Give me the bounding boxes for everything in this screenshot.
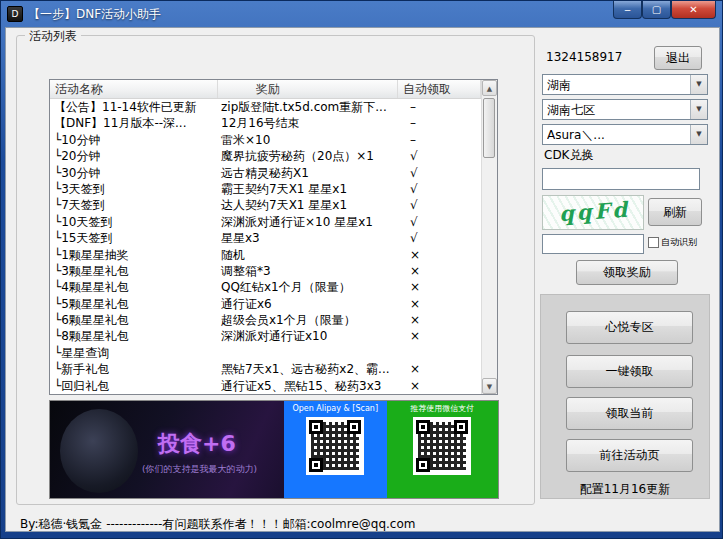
qr-finder-icon: [309, 458, 323, 472]
reward-cell: 超级会员x1个月（限量）: [218, 312, 398, 328]
activity-name-cell: └1颗星星抽奖: [50, 247, 218, 263]
column-header-reward[interactable]: 奖励: [218, 80, 398, 98]
reward-cell: 深渊派对通行证x10: [218, 328, 398, 344]
qr-finder-icon: [309, 420, 323, 434]
table-row[interactable]: └3颗星星礼包调整箱*3×: [50, 263, 481, 279]
reward-cell: 通行证x5、黑钻15、秘药3x3: [218, 378, 398, 394]
activity-name-cell: └20分钟: [50, 148, 218, 164]
table-row[interactable]: └4颗星星礼包QQ红钻x1个月（限量）×: [50, 279, 481, 295]
table-row[interactable]: └15天签到星星x3√: [50, 230, 481, 246]
auto-claim-cell: √: [398, 197, 481, 213]
account-id: 1324158917: [546, 50, 622, 64]
auto-claim-cell: √: [398, 214, 481, 230]
footer-contact-text: By:稳德·钱氪金 -------------有问题联系作者！！！邮箱:cool…: [20, 516, 416, 533]
qr-finder-icon: [347, 420, 361, 434]
table-row[interactable]: 【DNF】11月版本--深...12月16号结束–: [50, 115, 481, 131]
column-header-activity-name[interactable]: 活动名称: [50, 80, 218, 98]
scroll-up-icon[interactable]: ▲: [482, 80, 497, 96]
auto-claim-cell: ×: [398, 279, 481, 295]
activity-name-cell: └4颗星星礼包: [50, 279, 218, 295]
table-row[interactable]: └7天签到达人契约7天X1 星星x1√: [50, 197, 481, 213]
auto-claim-cell: ×: [398, 328, 481, 344]
reward-cell: 深渊派对通行证×10 星星x1: [218, 214, 398, 230]
table-row[interactable]: 【公告】11-14软件已更新zip版登陆t.tx5d.com重新下...–: [50, 99, 481, 115]
auto-claim-cell: –: [398, 132, 481, 148]
auto-claim-cell: ×: [398, 247, 481, 263]
activity-name-cell: 【公告】11-14软件已更新: [50, 99, 218, 115]
groupbox-title: 活动列表: [25, 28, 81, 45]
mascot-image: [60, 409, 138, 493]
table-row[interactable]: └新手礼包黑钻7天x1、远古秘药x2、霸...×: [50, 361, 481, 377]
qr-finder-icon: [416, 458, 430, 472]
chevron-down-icon[interactable]: ▼: [690, 100, 707, 119]
one-key-claim-button[interactable]: 一键领取: [566, 355, 693, 388]
claim-current-button[interactable]: 领取当前: [566, 397, 693, 430]
table-row[interactable]: └10天签到深渊派对通行证×10 星星x1√: [50, 214, 481, 230]
captcha-input[interactable]: [542, 234, 644, 254]
table-header[interactable]: 活动名称 奖励 自动领取: [50, 80, 481, 99]
auto-ocr-checkbox[interactable]: 自动识别: [648, 236, 697, 249]
region-select[interactable]: 湖南 ▼: [542, 74, 708, 95]
wechat-caption: 推荐使用微信支付: [387, 401, 499, 415]
captcha-image[interactable]: qqFd: [542, 195, 644, 230]
close-button[interactable]: ✕: [671, 1, 716, 19]
server-select-value: 湖南七区: [547, 102, 687, 119]
activity-name-cell: └7天签到: [50, 197, 218, 213]
activity-name-cell: └10分钟: [50, 132, 218, 148]
reward-cell: 随机: [218, 247, 398, 263]
minimize-button[interactable]: –: [613, 1, 642, 19]
activity-name-cell: 【DNF】11月版本--深...: [50, 115, 218, 131]
exit-button[interactable]: 退出: [654, 46, 702, 70]
alipay-qr-panel: Open Alipay & [Scan]: [284, 401, 387, 498]
scroll-down-icon[interactable]: ▼: [482, 378, 497, 394]
auto-claim-cell: √: [398, 165, 481, 181]
table-row[interactable]: └3天签到霸王契约7天X1 星星x1√: [50, 181, 481, 197]
table-row[interactable]: └6颗星星礼包超级会员x1个月（限量）×: [50, 312, 481, 328]
xinyue-zone-button[interactable]: 心悦专区: [566, 311, 693, 344]
table-row[interactable]: └5颗星星礼包通行证x6×: [50, 296, 481, 312]
checkbox-icon[interactable]: [648, 237, 659, 248]
activity-name-cell: └3天签到: [50, 181, 218, 197]
table-row[interactable]: └回归礼包通行证x5、黑钻15、秘药3x3×: [50, 378, 481, 394]
wechat-qr-panel: 推荐使用微信支付: [387, 401, 499, 498]
refresh-captcha-button[interactable]: 刷新: [648, 198, 702, 226]
auto-claim-cell: –: [398, 115, 481, 131]
reward-cell: 调整箱*3: [218, 263, 398, 279]
cdk-input[interactable]: [542, 168, 700, 190]
chevron-down-icon[interactable]: ▼: [690, 125, 707, 144]
goto-activity-page-button[interactable]: 前往活动页: [566, 439, 693, 472]
table-row[interactable]: └1颗星星抽奖随机×: [50, 247, 481, 263]
table-row[interactable]: └8颗星星礼包深渊派对通行证x10×: [50, 328, 481, 344]
claim-reward-button[interactable]: 领取奖励: [576, 260, 678, 285]
window-controls: – ▢ ✕: [613, 1, 716, 19]
table-row[interactable]: └20分钟魔界抗疲劳秘药（20点）×1√: [50, 148, 481, 164]
qr-finder-icon: [454, 420, 468, 434]
reward-cell: [218, 345, 398, 361]
activity-name-cell: └回归礼包: [50, 378, 218, 394]
vertical-scrollbar[interactable]: ▲ ▼: [481, 80, 497, 394]
table-row[interactable]: └10分钟雷米×10–: [50, 132, 481, 148]
table-row[interactable]: └星星查询: [50, 345, 481, 361]
auto-ocr-label: 自动识别: [661, 236, 697, 249]
auto-claim-cell: ×: [398, 361, 481, 377]
server-select[interactable]: 湖南七区 ▼: [542, 99, 708, 120]
reward-cell: 魔界抗疲劳秘药（20点）×1: [218, 148, 398, 164]
auto-claim-cell: ×: [398, 312, 481, 328]
support-banner[interactable]: 投食+6 (你们的支持是我最大的动力): [50, 401, 284, 498]
chevron-down-icon[interactable]: ▼: [690, 75, 707, 94]
support-banner-subtitle: (你们的支持是我最大的动力): [142, 463, 257, 476]
titlebar[interactable]: D 【一步】DNF活动小助手 – ▢ ✕: [1, 1, 722, 27]
action-panel: 心悦专区 一键领取 领取当前 前往活动页 配置11月16更新: [540, 294, 710, 499]
alipay-caption: Open Alipay & [Scan]: [284, 401, 387, 415]
maximize-button[interactable]: ▢: [642, 1, 671, 19]
scrollbar-thumb[interactable]: [483, 98, 495, 158]
character-select-value: Asura＼...: [547, 127, 687, 144]
activity-name-cell: └8颗星星礼包: [50, 328, 218, 344]
activity-table: 活动名称 奖励 自动领取 【公告】11-14软件已更新zip版登陆t.tx5d.…: [49, 79, 498, 395]
table-row[interactable]: └30分钟远古精灵秘药X1√: [50, 165, 481, 181]
column-header-auto-claim[interactable]: 自动领取: [398, 80, 481, 98]
activity-name-cell: └10天签到: [50, 214, 218, 230]
activity-name-cell: └5颗星星礼包: [50, 296, 218, 312]
auto-claim-cell: ×: [398, 296, 481, 312]
character-select[interactable]: Asura＼... ▼: [542, 124, 708, 145]
